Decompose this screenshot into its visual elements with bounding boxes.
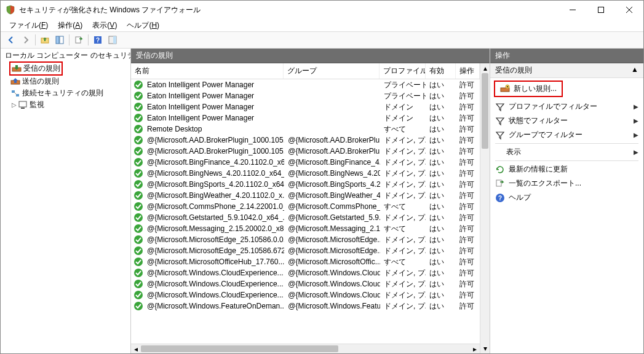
cell-name: @{Microsoft.BingSports_4.20.1102.0_x64..… bbox=[143, 180, 284, 189]
tree-monitor[interactable]: ▷ 監視 bbox=[9, 99, 129, 111]
cell-profile: ドメイン, プ... bbox=[380, 168, 426, 179]
svg-text:✦: ✦ bbox=[506, 85, 509, 88]
cell-action: 許可 bbox=[456, 202, 480, 212]
action-filter-group[interactable]: グループでフィルター ▶ bbox=[490, 128, 643, 142]
horizontal-scrollbar[interactable]: ◂ ▸ bbox=[131, 344, 480, 353]
table-row[interactable]: Eaton Intelligent Power Managerドメインはい許可 bbox=[131, 112, 480, 124]
tree-root[interactable]: ローカル コンピューター のセキュリティ bbox=[2, 50, 129, 61]
column-enabled[interactable]: 有効 bbox=[426, 63, 456, 79]
table-row[interactable]: Eaton Intelligent Power Managerプライベートはい許… bbox=[131, 79, 480, 90]
cell-profile: すべて bbox=[380, 224, 426, 234]
cell-action: 許可 bbox=[456, 224, 480, 234]
cell-action: 許可 bbox=[456, 191, 480, 201]
tree-connection-security[interactable]: 接続セキュリティの規則 bbox=[9, 87, 129, 99]
svg-point-23 bbox=[134, 125, 143, 133]
table-row[interactable]: @{Microsoft.AAD.BrokerPlugin_1000.105...… bbox=[131, 135, 480, 146]
cell-name: @{Microsoft.BingWeather_4.20.1102.0_x... bbox=[143, 191, 284, 200]
menu-help[interactable]: ヘルプ(H) bbox=[122, 19, 164, 31]
close-button[interactable] bbox=[615, 1, 643, 19]
tree-outbound-rules[interactable]: 送信の規則 bbox=[9, 76, 129, 87]
cell-enabled: はい bbox=[426, 213, 456, 223]
table-row[interactable]: @{Microsoft.BingWeather_4.20.1102.0_x...… bbox=[131, 190, 480, 201]
tree-root-label: ローカル コンピューター のセキュリティ bbox=[5, 50, 131, 61]
table-row[interactable]: @{Microsoft.MicrosoftOfficeHub_17.760...… bbox=[131, 256, 480, 267]
column-name[interactable]: 名前 bbox=[131, 63, 284, 79]
export-button[interactable] bbox=[72, 33, 85, 47]
table-row[interactable]: @{Microsoft.Windows.CloudExperience...@{… bbox=[131, 278, 480, 289]
scroll-left-button[interactable]: ◂ bbox=[131, 344, 141, 354]
cell-profile: ドメイン, プ... bbox=[380, 246, 426, 256]
tree-inbound-rules[interactable]: 受信の規則 bbox=[10, 63, 62, 74]
back-button[interactable] bbox=[4, 33, 18, 47]
scroll-down-button[interactable]: ▾ bbox=[480, 344, 490, 353]
cell-action: 許可 bbox=[456, 91, 480, 101]
table-row[interactable]: Eaton Intelligent Power Managerプライベートはい許… bbox=[131, 90, 480, 101]
action-view[interactable]: 表示 ▶ bbox=[490, 145, 643, 159]
expand-icon[interactable]: ▷ bbox=[10, 101, 18, 108]
menu-action[interactable]: 操作(A) bbox=[53, 19, 87, 31]
table-row[interactable]: @{Microsoft.CommsPhone_2.14.22001.0_...@… bbox=[131, 201, 480, 212]
action-help[interactable]: ? ヘルプ bbox=[490, 191, 643, 205]
svg-point-33 bbox=[134, 235, 143, 244]
table-row[interactable]: Remote Desktopすべてはい許可 bbox=[131, 124, 480, 135]
action-pane-button[interactable] bbox=[106, 33, 119, 47]
menu-file[interactable]: ファイル(F) bbox=[4, 19, 53, 31]
forward-button[interactable] bbox=[19, 33, 33, 47]
table-row[interactable]: @{Microsoft.Windows.CloudExperience...@{… bbox=[131, 289, 480, 301]
column-action[interactable]: 操作 bbox=[456, 63, 480, 79]
column-group[interactable]: グループ bbox=[284, 63, 380, 79]
submenu-arrow-icon: ▶ bbox=[634, 149, 638, 155]
cell-action: 許可 bbox=[456, 290, 480, 301]
action-filter-profile[interactable]: プロファイルでフィルター ▶ bbox=[490, 100, 643, 114]
table-row[interactable]: @{Microsoft.BingNews_4.20.1102.0_x64_...… bbox=[131, 168, 480, 179]
action-export[interactable]: 一覧のエクスポート... bbox=[490, 176, 643, 191]
table-row[interactable]: @{Microsoft.BingFinance_4.20.1102.0_x6..… bbox=[131, 157, 480, 168]
menu-view[interactable]: 表示(V) bbox=[87, 19, 122, 31]
table-row[interactable]: @{Microsoft.MicrosoftEdge_25.10586.0.0..… bbox=[131, 234, 480, 245]
table-row[interactable]: @{Microsoft.MicrosoftEdge_25.10586.672..… bbox=[131, 245, 480, 256]
scroll-up-button[interactable]: ▴ bbox=[480, 63, 490, 73]
minimize-button[interactable] bbox=[559, 1, 587, 19]
action-new-rule[interactable]: ✦ 新しい規則... bbox=[495, 82, 562, 96]
cell-name: Eaton Intelligent Power Manager bbox=[143, 81, 284, 89]
tree: ローカル コンピューター のセキュリティ 受信の規則 送信の規則 bbox=[2, 50, 129, 111]
cell-group: @{Microsoft.Windows.Featur... bbox=[284, 302, 380, 310]
table-row[interactable]: Eaton Intelligent Power Managerドメインはい許可 bbox=[131, 101, 480, 112]
svg-rect-17 bbox=[19, 101, 26, 107]
maximize-button[interactable] bbox=[587, 1, 615, 19]
column-profile[interactable]: プロファイル bbox=[380, 63, 425, 79]
window-title: セキュリティが強化された Windows ファイアウォール bbox=[19, 5, 559, 15]
cell-group: @{Microsoft.Windows.Cloud... bbox=[284, 280, 380, 288]
table-row[interactable]: @{Microsoft.Getstarted_5.9.1042.0_x64_..… bbox=[131, 212, 480, 223]
allow-check-icon bbox=[133, 279, 143, 289]
svg-point-32 bbox=[134, 224, 143, 233]
up-folder-button[interactable] bbox=[38, 33, 52, 47]
table-row[interactable]: @{Microsoft.BingSports_4.20.1102.0_x64..… bbox=[131, 179, 480, 190]
scroll-right-button[interactable]: ▸ bbox=[470, 344, 480, 354]
action-refresh[interactable]: 最新の情報に更新 bbox=[490, 162, 643, 176]
help-button[interactable]: ? bbox=[91, 33, 105, 47]
submenu-arrow-icon: ▶ bbox=[634, 132, 638, 138]
show-hide-tree-button[interactable] bbox=[53, 33, 66, 47]
tree-inbound-label: 受信の規則 bbox=[23, 63, 60, 74]
content: ローカル コンピューター のセキュリティ 受信の規則 送信の規則 bbox=[1, 49, 643, 353]
cell-enabled: はい bbox=[426, 257, 456, 267]
cell-enabled: はい bbox=[426, 191, 456, 201]
cell-action: 許可 bbox=[456, 179, 480, 190]
cell-enabled: はい bbox=[426, 102, 456, 112]
table-row[interactable]: @{Microsoft.Windows.FeatureOnDeman...@{M… bbox=[131, 301, 480, 312]
table-row[interactable]: @{Microsoft.Messaging_2.15.20002.0_x86..… bbox=[131, 223, 480, 234]
cell-profile: ドメイン, プ... bbox=[380, 301, 426, 312]
vertical-scrollbar[interactable]: ▴ ▾ bbox=[480, 63, 490, 353]
action-filter-state[interactable]: 状態でフィルター ▶ bbox=[490, 114, 643, 128]
table-row[interactable]: @{Microsoft.AAD.BrokerPlugin_1000.105...… bbox=[131, 146, 480, 157]
tree-monitor-label: 監視 bbox=[30, 100, 44, 110]
cell-profile: ドメイン, プ... bbox=[380, 179, 426, 190]
cell-enabled: はい bbox=[426, 202, 456, 212]
cell-group: @{Microsoft.BingWeather_4... bbox=[284, 191, 380, 200]
tree-connsec-label: 接続セキュリティの規則 bbox=[22, 88, 103, 98]
grid-header: 名前 グループ プロファイル 有効 操作 bbox=[131, 63, 480, 79]
collapse-icon[interactable]: ▲ bbox=[631, 65, 638, 76]
table-row[interactable]: @{Microsoft.Windows.CloudExperience...@{… bbox=[131, 267, 480, 278]
filter-icon bbox=[495, 116, 505, 126]
